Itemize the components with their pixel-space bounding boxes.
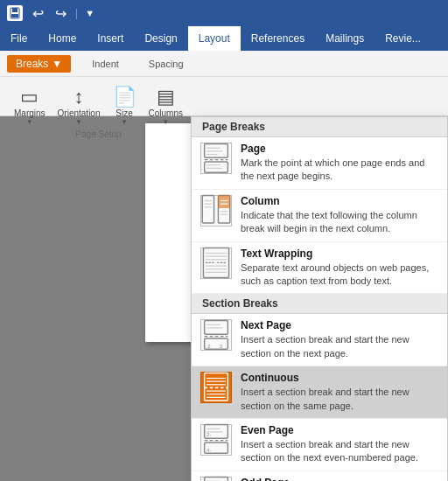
odd-page-title: Odd Page bbox=[241, 477, 438, 481]
customize-button[interactable]: ▼ bbox=[85, 8, 94, 18]
continuous-title: Continuous bbox=[241, 372, 438, 384]
breaks-dropdown: Page Breaks Page Mark the point at which… bbox=[191, 116, 448, 481]
odd-page-icon: 1- 3- bbox=[200, 477, 232, 481]
column-break-item[interactable]: Column Indicate that the text following … bbox=[192, 190, 447, 242]
menu-bar: File Home Insert Design Layout Reference… bbox=[0, 26, 448, 51]
columns-caret: ▼ bbox=[162, 118, 169, 126]
section-breaks-header: Section Breaks bbox=[192, 294, 447, 314]
odd-page-item[interactable]: 1- 3- Odd Page Insert a section break an… bbox=[192, 471, 447, 481]
next-page-icon: 2 3 bbox=[200, 319, 232, 351]
svg-rect-1 bbox=[12, 8, 18, 12]
column-break-text: Column Indicate that the text following … bbox=[241, 195, 438, 236]
svg-rect-52 bbox=[205, 478, 228, 481]
columns-icon: ▤ bbox=[157, 87, 175, 107]
columns-button[interactable]: ▤ Columns ▼ bbox=[145, 86, 186, 128]
page-break-text: Page Mark the point at which one page en… bbox=[241, 143, 438, 184]
even-page-icon: 2- 4- bbox=[200, 424, 232, 456]
spacing-label: Spacing bbox=[149, 59, 184, 69]
orientation-caret: ▼ bbox=[75, 118, 82, 126]
svg-text:2-: 2- bbox=[206, 432, 211, 437]
quick-access-toolbar: ↩ ↪ | ▼ bbox=[28, 3, 94, 23]
margins-label: Margins bbox=[14, 108, 46, 118]
breaks-label: Breaks bbox=[16, 58, 48, 70]
size-button[interactable]: 📄 Size ▼ bbox=[109, 86, 140, 128]
next-page-desc: Insert a section break and start the new… bbox=[241, 333, 438, 360]
text-wrapping-icon bbox=[200, 247, 232, 279]
redo-button[interactable]: ↪ bbox=[51, 3, 70, 23]
menu-home[interactable]: Home bbox=[38, 26, 87, 51]
continuous-desc: Insert a section break and start the new… bbox=[241, 386, 438, 413]
page-break-desc: Mark the point at which one page ends an… bbox=[241, 157, 438, 184]
svg-rect-16 bbox=[218, 196, 229, 209]
undo-button[interactable]: ↩ bbox=[28, 3, 47, 23]
orientation-label: Orientation bbox=[58, 108, 101, 118]
save-icon[interactable] bbox=[7, 5, 23, 21]
next-page-text: Next Page Insert a section break and sta… bbox=[241, 319, 438, 360]
page-break-title: Page bbox=[241, 143, 438, 155]
menu-references[interactable]: References bbox=[241, 26, 315, 51]
even-page-item[interactable]: 2- 4- Even Page Insert a section break a… bbox=[192, 419, 447, 471]
breaks-caret: ▼ bbox=[52, 58, 62, 70]
ribbon: Breaks ▼ Indent Spacing ▭ Margins ▼ ↕ Or… bbox=[0, 51, 448, 116]
page-break-icon bbox=[200, 143, 232, 174]
title-bar: ↩ ↪ | ▼ bbox=[0, 0, 448, 26]
ribbon-top-row: Breaks ▼ Indent Spacing bbox=[0, 51, 448, 77]
svg-text:4-: 4- bbox=[206, 448, 211, 453]
next-page-title: Next Page bbox=[241, 319, 438, 331]
svg-rect-37 bbox=[205, 373, 228, 401]
orientation-button[interactable]: ↕ Orientation ▼ bbox=[54, 86, 104, 128]
breaks-button[interactable]: Breaks ▼ bbox=[7, 55, 71, 73]
even-page-text: Even Page Insert a section break and sta… bbox=[241, 424, 438, 465]
continuous-text: Continuous Insert a section break and st… bbox=[241, 372, 438, 413]
columns-label: Columns bbox=[149, 108, 183, 118]
page-setup-icons: ▭ Margins ▼ ↕ Orientation ▼ 📄 Size ▼ ▤ C… bbox=[10, 84, 186, 128]
orientation-icon: ↕ bbox=[74, 87, 84, 107]
text-wrapping-title: Text Wrapping bbox=[241, 247, 438, 260]
menu-design[interactable]: Design bbox=[134, 26, 187, 51]
odd-page-text: Odd Page Insert a section break and star… bbox=[241, 477, 438, 481]
next-page-item[interactable]: 2 3 Next Page Insert a section break and… bbox=[192, 314, 447, 366]
size-label: Size bbox=[116, 108, 132, 118]
menu-insert[interactable]: Insert bbox=[87, 26, 134, 51]
size-caret: ▼ bbox=[121, 118, 128, 126]
svg-rect-2 bbox=[11, 14, 18, 17]
column-break-desc: Indicate that the text following the col… bbox=[241, 209, 438, 236]
text-wrapping-text: Text Wrapping Separate text around objec… bbox=[241, 247, 438, 289]
continuous-item[interactable]: Continuous Insert a section break and st… bbox=[192, 366, 447, 419]
page-setup-group: ▭ Margins ▼ ↕ Orientation ▼ 📄 Size ▼ ▤ C… bbox=[7, 80, 197, 143]
margins-button[interactable]: ▭ Margins ▼ bbox=[10, 86, 49, 128]
column-break-icon bbox=[200, 195, 232, 227]
text-wrapping-item[interactable]: Text Wrapping Separate text around objec… bbox=[192, 242, 447, 295]
margins-icon: ▭ bbox=[20, 87, 38, 107]
svg-text:2: 2 bbox=[207, 344, 211, 349]
page-break-item[interactable]: Page Mark the point at which one page en… bbox=[192, 137, 447, 190]
page-breaks-header: Page Breaks bbox=[192, 117, 447, 137]
column-break-title: Column bbox=[241, 195, 438, 207]
separator: | bbox=[75, 7, 78, 19]
menu-review[interactable]: Revie... bbox=[374, 26, 431, 51]
size-icon: 📄 bbox=[113, 87, 136, 107]
menu-mailings[interactable]: Mailings bbox=[315, 26, 374, 51]
svg-rect-5 bbox=[205, 162, 228, 172]
menu-file[interactable]: File bbox=[0, 26, 38, 51]
menu-layout[interactable]: Layout bbox=[188, 26, 241, 51]
text-wrapping-desc: Separate text around objects on web page… bbox=[241, 261, 438, 289]
even-page-title: Even Page bbox=[241, 424, 438, 436]
page-setup-label: Page Setup bbox=[75, 129, 121, 139]
even-page-desc: Insert a section break and start the new… bbox=[241, 438, 438, 465]
margins-caret: ▼ bbox=[26, 118, 33, 126]
continuous-icon bbox=[200, 372, 232, 403]
indent-label: Indent bbox=[92, 59, 119, 69]
svg-text:3: 3 bbox=[220, 344, 223, 349]
svg-rect-11 bbox=[202, 196, 214, 224]
